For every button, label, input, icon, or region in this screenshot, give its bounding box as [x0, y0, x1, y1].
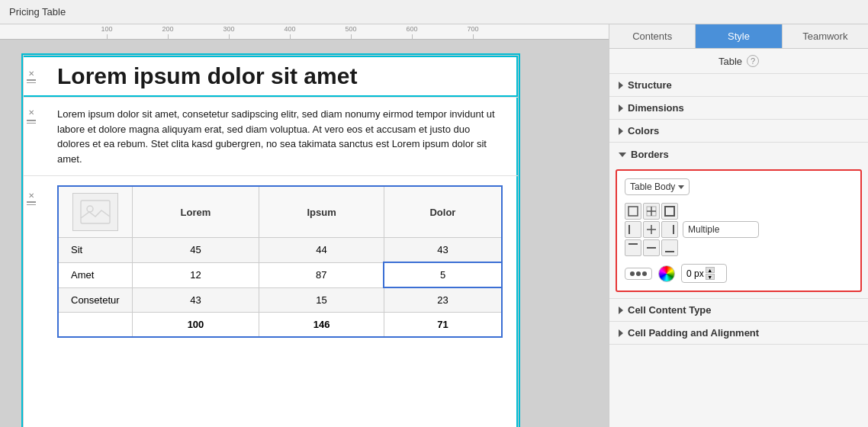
borders-row2: Multiple	[625, 203, 853, 256]
multiple-dropdown[interactable]: Multiple	[683, 221, 759, 238]
stepper-up-btn[interactable]: ▲	[706, 267, 715, 273]
table-body-dropdown[interactable]: Table Body	[625, 178, 690, 195]
dot2	[636, 271, 641, 276]
section-cell-padding-header[interactable]: Cell Padding and Alignment	[609, 322, 868, 344]
ruler-mark-200: 200	[137, 25, 198, 39]
td-amet-v1: 12	[132, 262, 259, 287]
table-header-row: Lorem Ipsum Dolor	[58, 186, 502, 238]
border-grid	[625, 203, 678, 256]
table-row-footer: 100 146 71	[58, 313, 502, 338]
multiple-dropdown-value: Multiple	[688, 224, 719, 235]
panel-title-bar: Table ?	[609, 49, 868, 74]
td-sit-v1: 45	[132, 238, 259, 263]
border-btn-right[interactable]	[661, 221, 678, 238]
section-dimensions: Dimensions	[609, 97, 868, 120]
td-total-v3: 71	[384, 313, 502, 338]
border-style-dots[interactable]	[625, 268, 652, 280]
document-heading: Lorem ipsum dolor sit amet	[57, 63, 357, 89]
section-borders: Borders Table Body	[609, 143, 868, 299]
body-text: Lorem ipsum dolor sit amet, consetetur s…	[57, 107, 503, 166]
section-cell-content-type-header[interactable]: Cell Content Type	[609, 299, 868, 321]
border-btn-h[interactable]	[643, 239, 660, 256]
border-width-input[interactable]: 0 px ▲ ▼	[681, 264, 727, 283]
border-btn-inner-h[interactable]	[643, 203, 660, 220]
td-total-v2: 146	[259, 313, 384, 338]
td-amet-v2: 87	[259, 262, 384, 287]
color-picker-circle[interactable]	[658, 265, 675, 282]
border-width-value: 0 px	[686, 268, 704, 279]
border-btn-all[interactable]	[625, 203, 641, 220]
dot1	[630, 271, 635, 276]
ruler-marks: 100 200 300 400 500 600 700	[31, 24, 503, 39]
td-consetetur-v1: 43	[132, 287, 259, 313]
td-sit-label: Sit	[58, 238, 132, 263]
border-btn-left[interactable]	[625, 221, 641, 238]
panel-title-text: Table	[719, 56, 742, 67]
panel-tabs: Contents Style Teamwork	[609, 24, 868, 49]
table-body-dropdown-value: Table Body	[630, 181, 675, 192]
section-cell-content-label: Cell Content Type	[628, 304, 712, 316]
border-btn-bottom[interactable]	[661, 239, 678, 256]
th-image	[58, 186, 132, 238]
svg-rect-2	[628, 207, 638, 216]
body-text-section: ✕ Lorem ipsum dolor sit amet, consetetur…	[24, 98, 518, 176]
section-colors-header[interactable]: Colors	[609, 120, 868, 142]
border-width-stepper[interactable]: ▲ ▼	[706, 267, 715, 280]
borders-row3: 0 px ▲ ▼	[625, 264, 853, 283]
section-borders-label: Borders	[631, 149, 669, 160]
tab-contents[interactable]: Contents	[609, 24, 696, 48]
chevron-right-icon	[619, 127, 623, 135]
main-layout: 100 200 300 400 500 600 700 ✕	[0, 24, 868, 427]
canvas-content: ✕ Lorem ipsum dolor sit amet	[0, 40, 609, 427]
ruler-mark-600: 600	[381, 25, 442, 39]
image-placeholder	[72, 193, 118, 231]
td-consetetur-v3: 23	[384, 287, 502, 313]
document-title: Pricing Table	[9, 6, 66, 18]
row-indicator-table: ✕	[27, 191, 36, 205]
border-btn-inner[interactable]	[643, 221, 660, 238]
title-top-border	[24, 56, 518, 57]
section-borders-header[interactable]: Borders	[609, 143, 868, 166]
section-structure: Structure	[609, 74, 868, 97]
section-structure-header[interactable]: Structure	[609, 74, 868, 96]
section-cell-content-type: Cell Content Type	[609, 299, 868, 322]
td-sit-v3: 43	[384, 238, 502, 263]
section-cell-padding-label: Cell Padding and Alignment	[628, 327, 759, 339]
data-table[interactable]: Lorem Ipsum Dolor Sit 45 44 43	[57, 185, 503, 338]
borders-row1: Table Body	[625, 178, 853, 195]
section-structure-label: Structure	[628, 79, 672, 91]
table-section[interactable]: ✕	[24, 176, 518, 347]
chevron-down-icon	[619, 152, 626, 157]
ruler-horizontal: 100 200 300 400 500 600 700	[0, 24, 609, 40]
help-icon[interactable]: ?	[747, 55, 759, 67]
th-ipsum: Ipsum	[259, 186, 384, 238]
svg-point-1	[87, 206, 93, 212]
td-total-label	[58, 313, 132, 338]
document[interactable]: ✕ Lorem ipsum dolor sit amet	[23, 55, 519, 427]
ruler-mark-500: 500	[320, 25, 381, 39]
title-section: ✕ Lorem ipsum dolor sit amet	[24, 56, 518, 98]
section-dimensions-header[interactable]: Dimensions	[609, 97, 868, 119]
section-cell-padding: Cell Padding and Alignment	[609, 322, 868, 345]
row-indicator-body: ✕	[27, 107, 36, 124]
title-bottom-border	[24, 95, 518, 97]
td-amet-v3-selected[interactable]: 5	[384, 262, 502, 287]
dropdown-chevron-icon	[678, 185, 684, 189]
tab-style[interactable]: Style	[696, 24, 782, 48]
tab-teamwork[interactable]: Teamwork	[783, 24, 868, 48]
th-dolor: Dolor	[384, 186, 502, 238]
td-amet-label: Amet	[58, 262, 132, 287]
table-row: Consetetur 43 15 23	[58, 287, 502, 313]
border-btn-outer[interactable]	[661, 203, 678, 220]
border-btn-top[interactable]	[625, 239, 641, 256]
right-panel: Contents Style Teamwork Table ? Structur…	[609, 24, 868, 427]
chevron-right-icon	[619, 329, 623, 337]
canvas-area: 100 200 300 400 500 600 700 ✕	[0, 24, 609, 427]
stepper-down-btn[interactable]: ▼	[706, 274, 715, 280]
chevron-right-icon	[619, 104, 623, 112]
ruler-mark-300: 300	[198, 25, 259, 39]
section-dimensions-label: Dimensions	[628, 102, 684, 114]
svg-rect-6	[665, 207, 674, 216]
section-colors-label: Colors	[628, 125, 659, 136]
chevron-right-icon	[619, 82, 623, 89]
